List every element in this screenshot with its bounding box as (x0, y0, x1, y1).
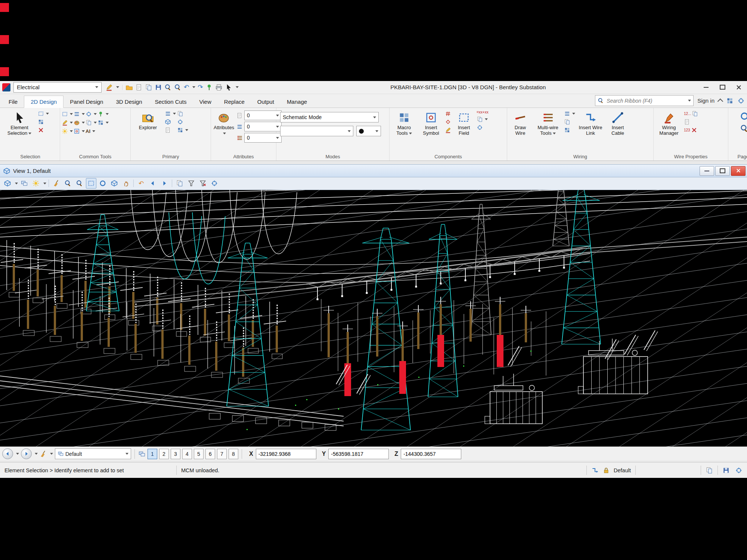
drawing-viewport[interactable] (0, 190, 747, 447)
saved-view-select[interactable]: Default (55, 448, 131, 459)
x-coordinate-input[interactable] (256, 449, 316, 459)
back-button[interactable] (2, 448, 13, 459)
view-number-2[interactable]: 2 (159, 449, 169, 459)
import-file-icon[interactable] (145, 84, 152, 91)
pin-icon[interactable] (205, 84, 213, 91)
customize-qat-caret[interactable] (236, 86, 239, 88)
selection-mode-icon[interactable] (38, 111, 44, 117)
symbol-id-icon[interactable] (445, 119, 451, 125)
view-number-1[interactable]: 1 (148, 449, 157, 459)
selection-block-icon[interactable] (38, 119, 44, 125)
clear-view-icon[interactable] (51, 178, 62, 189)
symbol-hash-icon[interactable] (445, 111, 451, 117)
fence-tools-icon[interactable] (62, 111, 68, 117)
cells-icon[interactable] (97, 119, 104, 126)
measure-icon[interactable] (86, 111, 92, 117)
workflow-selector[interactable]: Electrical (13, 82, 102, 93)
view-number-4[interactable]: 4 (182, 449, 192, 459)
fence-zoom-icon[interactable] (164, 84, 172, 91)
fence-zoom-alt-icon[interactable] (174, 84, 182, 91)
attributes-button[interactable]: Attributes (213, 109, 235, 137)
print-icon[interactable] (215, 84, 223, 91)
wire-number-icon[interactable] (692, 111, 698, 117)
view-attributes-icon[interactable] (19, 178, 30, 189)
symbol-edit-icon[interactable] (445, 127, 451, 133)
active-weight-select[interactable]: 0 (244, 133, 282, 143)
search-input[interactable] (606, 97, 685, 104)
models-icon[interactable] (165, 119, 171, 125)
z-coordinate-input[interactable] (401, 449, 461, 459)
minimize-button[interactable] (698, 81, 714, 93)
view-toggle-icon[interactable] (138, 450, 146, 458)
draw-wire-button[interactable]: Draw Wire (509, 109, 532, 137)
view-brightness-icon[interactable] (31, 178, 41, 189)
view-number-8[interactable]: 8 (229, 449, 238, 459)
view-next-icon[interactable] (159, 178, 170, 189)
view-restore-button[interactable] (715, 166, 730, 176)
wire-copy-icon[interactable] (564, 119, 570, 125)
change-tracking-icon[interactable] (591, 467, 599, 474)
drop-element-icon[interactable] (74, 111, 80, 117)
new-file-icon[interactable] (135, 84, 143, 91)
tab-manage[interactable]: Manage (280, 96, 313, 108)
tab-2d-design[interactable]: 2D Design (24, 96, 63, 108)
pointer-icon[interactable] (225, 84, 232, 91)
pan-view-icon[interactable] (121, 178, 131, 189)
save-icon[interactable] (155, 84, 162, 91)
tab-section-cuts[interactable]: Section Cuts (149, 96, 193, 108)
mode-family-select[interactable] (280, 126, 353, 136)
page-target-icon[interactable] (740, 111, 747, 121)
copy-view-icon[interactable] (174, 178, 185, 189)
markups-icon[interactable] (165, 127, 171, 133)
zoom-out-icon[interactable] (74, 178, 85, 189)
snap-mode-icon[interactable] (735, 467, 743, 474)
references-icon[interactable] (177, 111, 183, 117)
renumber-icon[interactable] (691, 127, 697, 133)
clipboard-icon[interactable] (722, 467, 730, 474)
lock-icon[interactable] (602, 467, 610, 474)
display-set-icon[interactable] (177, 127, 183, 133)
clip-mask-icon[interactable] (198, 178, 208, 189)
macro-tools-button[interactable]: Macro Tools (391, 109, 417, 137)
insert-wire-link-button[interactable]: Insert Wire Link (576, 109, 605, 137)
close-button[interactable] (731, 81, 747, 93)
view-previous-icon[interactable] (148, 178, 158, 189)
wire-tag-icon[interactable] (684, 119, 690, 125)
selection-set-icon[interactable] (706, 467, 713, 474)
maximize-button[interactable] (714, 81, 731, 93)
view-close-button[interactable] (731, 166, 746, 176)
active-level-select[interactable]: 0 (244, 111, 282, 120)
view-display-style-icon[interactable] (2, 178, 13, 189)
fit-view-icon[interactable] (97, 178, 108, 189)
explorer-button[interactable]: Explorer (132, 109, 164, 131)
insert-cable-button[interactable]: Insert Cable (606, 109, 630, 137)
place-shape-icon[interactable] (62, 119, 68, 126)
open-folder-icon[interactable] (125, 84, 133, 91)
help-icon[interactable] (737, 97, 745, 105)
forward-button[interactable] (21, 448, 32, 459)
tab-replace[interactable]: Replace (218, 96, 251, 108)
wire-list-icon[interactable] (564, 111, 570, 117)
window-area-icon[interactable] (86, 178, 96, 189)
tab-file[interactable]: File (2, 96, 24, 108)
active-color-select[interactable]: 0 (244, 122, 282, 131)
tab-3d-design[interactable]: 3D Design (109, 96, 148, 108)
redo-icon[interactable]: ↷ (198, 84, 203, 90)
view-title-bar[interactable]: View 1, Default (0, 164, 747, 177)
view-number-3[interactable]: 3 (171, 449, 180, 459)
undo-icon[interactable]: ↶ (184, 84, 189, 90)
copy-field-icon[interactable] (477, 116, 483, 122)
view-grid-icon[interactable] (209, 178, 220, 189)
view-number-7[interactable]: 7 (217, 449, 227, 459)
insert-field-button[interactable]: Insert Field (452, 109, 475, 137)
tab-panel-design[interactable]: Panel Design (63, 96, 109, 108)
apply-saved-view-icon[interactable] (40, 450, 47, 458)
ribbon-search[interactable] (595, 95, 694, 106)
connection-center-icon[interactable] (726, 97, 734, 105)
light-icon[interactable] (62, 128, 68, 134)
place-text-icon[interactable]: AI (86, 128, 90, 134)
schematic-mode-select[interactable]: Schematic Mode (280, 112, 379, 122)
view-undo-icon[interactable]: ↶ (136, 178, 146, 189)
view-minimize-button[interactable] (700, 166, 714, 176)
rotate-view-icon[interactable] (109, 178, 120, 189)
